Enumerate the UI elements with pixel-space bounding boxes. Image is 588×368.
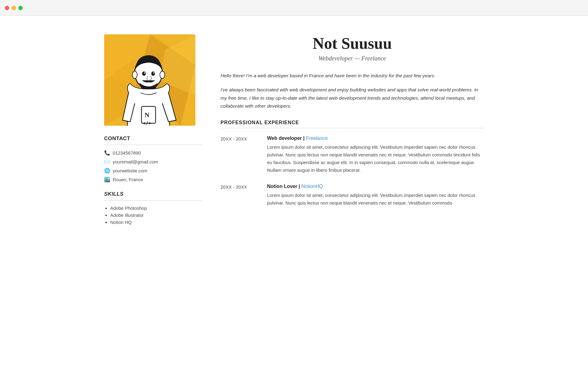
exp-company-link-1[interactable]: Freelance xyxy=(306,136,328,141)
email-address: youremail@gmail.com xyxy=(113,159,158,164)
person-role: Webdeveloper — Freelance xyxy=(221,55,484,62)
website-url: yourwebsite.com xyxy=(113,168,147,173)
right-column: Not Suusuu Webdeveloper — Freelance Hell… xyxy=(221,34,484,217)
name-title-block: Not Suusuu Webdeveloper — Freelance xyxy=(221,34,484,62)
skills-title: SKILLS xyxy=(104,191,202,197)
globe-icon: 🌐 xyxy=(104,168,110,174)
exp-separator-1: | xyxy=(303,136,306,141)
svg-point-6 xyxy=(142,71,146,76)
exp-description-1: Lorem ipsum dolor sit amet, consectetur … xyxy=(267,144,484,174)
email-icon: ✉️ xyxy=(104,159,110,165)
exp-title-text-2: Notion Lover xyxy=(267,184,297,189)
skill-item-1: Adobe Photoshop xyxy=(110,205,202,211)
exp-description-2: Lorem ipsum dolor sit amet, consectetur … xyxy=(267,192,484,207)
location-icon: 🏙️ xyxy=(104,177,110,182)
phone-number: 01234567890 xyxy=(113,150,141,155)
close-button[interactable] xyxy=(5,6,9,10)
exp-company-link-2[interactable]: NotionHQ xyxy=(301,184,323,189)
svg-text:</>: </> xyxy=(143,120,152,126)
svg-text:N: N xyxy=(145,111,149,119)
skills-section: SKILLS Adobe Photoshop Adobe Illustrator… xyxy=(104,191,202,225)
svg-point-8 xyxy=(144,72,145,74)
minimize-button[interactable] xyxy=(12,6,16,10)
bio-paragraph-1: Hello there! I'm a web developer based i… xyxy=(221,72,484,80)
experience-item-1: 20XX - 20XX Web developer | Freelance Lo… xyxy=(221,136,484,174)
contact-phone: 📞 01234567890 xyxy=(104,150,202,156)
exp-title-text-1: Web developer xyxy=(267,136,302,141)
location-text: Rouen, France xyxy=(113,177,143,182)
contact-email: ✉️ youremail@gmail.com xyxy=(104,159,202,165)
profile-image: N </> xyxy=(104,34,195,126)
left-column: N </> CONTACT 📞 012345678 xyxy=(104,34,202,227)
phone-icon: 📞 xyxy=(104,150,110,156)
skills-list: Adobe Photoshop Adobe Illustrator Notion… xyxy=(104,205,202,225)
experience-item-2: 20XX - 20XX Notion Lover | NotionHQ Lore… xyxy=(221,184,484,207)
svg-point-7 xyxy=(151,71,155,76)
experience-section: PROFESSIONAL EXPERIENCE 20XX - 20XX Web … xyxy=(221,120,484,207)
window-chrome xyxy=(0,0,588,16)
exp-job-title-1: Web developer | Freelance xyxy=(267,136,484,141)
exp-details-2: Notion Lover | NotionHQ Lorem ipsum dolo… xyxy=(267,184,484,207)
resume-layout: N </> CONTACT 📞 012345678 xyxy=(104,34,484,227)
exp-separator-2: | xyxy=(299,184,301,189)
person-name: Not Suusuu xyxy=(221,34,484,52)
svg-point-10 xyxy=(132,71,137,79)
bio-paragraph-2: I've always been fascinated with web dev… xyxy=(221,86,484,110)
bio-section: Hello there! I'm a web developer based i… xyxy=(221,72,484,110)
contact-divider xyxy=(104,145,202,145)
exp-job-title-2: Notion Lover | NotionHQ xyxy=(267,184,484,189)
experience-title: PROFESSIONAL EXPERIENCE xyxy=(221,120,484,125)
svg-point-11 xyxy=(160,71,165,79)
skill-item-2: Adobe Illustrator xyxy=(110,213,202,218)
exp-dates-1: 20XX - 20XX xyxy=(221,136,257,174)
maximize-button[interactable] xyxy=(18,6,23,10)
contact-title: CONTACT xyxy=(104,136,202,142)
skills-divider xyxy=(104,200,202,201)
contact-section: CONTACT 📞 01234567890 ✉️ youremail@gmail… xyxy=(104,136,202,182)
page-content: N </> CONTACT 📞 012345678 xyxy=(80,16,508,251)
exp-dates-2: 20XX - 20XX xyxy=(221,184,257,207)
svg-point-9 xyxy=(153,72,154,74)
contact-location: 🏙️ Rouen, France xyxy=(104,177,202,182)
exp-details-1: Web developer | Freelance Lorem ipsum do… xyxy=(267,136,484,174)
skill-item-3: Notion HQ xyxy=(110,220,202,225)
experience-divider xyxy=(221,128,484,128)
contact-website: 🌐 yourwebsite.com xyxy=(104,168,202,174)
